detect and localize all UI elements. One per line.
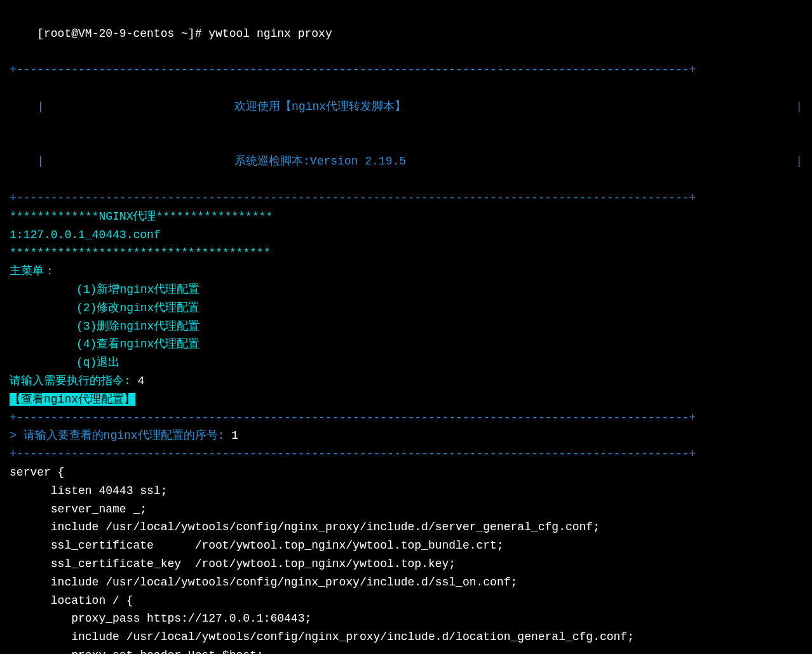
box-bottom-border: +---------------------------------------…: [10, 189, 802, 208]
serial-prompt: > 请输入要查看的nginx代理配置的序号:: [10, 429, 231, 442]
command-text[interactable]: ywtool nginx proxy: [208, 27, 332, 40]
nginx-config-line-2: listen 40443 ssl;: [10, 482, 802, 500]
view-config-highlight: 【查看nginx代理配置】: [10, 390, 802, 409]
nginx-config-line-7: ssl_certificate_key /root/ywtool.top_ngi…: [10, 555, 802, 573]
nginx-proxy-header: *************NGINX代理*****************: [10, 208, 802, 226]
menu-item-2: (2)修改nginx代理配置: [10, 299, 802, 317]
divider-1: +---------------------------------------…: [10, 409, 802, 427]
input-command-value[interactable]: 4: [138, 375, 145, 387]
command-prompt-line: [root@VM-20-9-centos ~]# ywtool nginx pr…: [10, 6, 802, 61]
nginx-config-line-6: ssl_certificate /root/ywtool.top_nginx/y…: [10, 537, 802, 555]
stars-divider: **************************************: [10, 244, 802, 262]
nginx-config-line-12: include /usr/local/ywtools/config/nginx_…: [10, 628, 802, 646]
terminal-output: [root@VM-20-9-centos ~]# ywtool nginx pr…: [10, 6, 802, 654]
version-text: 系统巡检脚本:Version 2.19.5: [234, 155, 406, 168]
view-config-label: 【查看nginx代理配置】: [10, 393, 135, 406]
nginx-config-line-1: server {: [10, 464, 802, 482]
version-line-row: |系统巡检脚本:Version 2.19.5|: [10, 135, 802, 189]
box-top-border: +---------------------------------------…: [10, 61, 802, 79]
box-side-left-2: |: [37, 155, 44, 168]
serial-value[interactable]: 1: [231, 429, 238, 442]
box-side-left: |: [37, 100, 44, 113]
shell-prompt: [root@VM-20-9-centos ~]#: [37, 27, 208, 40]
menu-item-q: (q)退出: [10, 354, 802, 372]
welcome-title-line: |欢迎使用【nginx代理转发脚本】|: [10, 79, 802, 134]
nginx-config-line-5: include /usr/local/ywtools/config/nginx_…: [10, 518, 802, 537]
welcome-title: 欢迎使用【nginx代理转发脚本】: [234, 100, 406, 113]
serial-input-line: > 请输入要查看的nginx代理配置的序号: 1: [10, 427, 802, 445]
input-command-line: 请输入需要执行的指令: 4: [10, 372, 802, 390]
menu-item-3: (3)删除nginx代理配置: [10, 317, 802, 336]
box-side-right-2: |: [795, 152, 802, 171]
nginx-config-line-11: proxy_pass https://127.0.0.1:60443;: [10, 610, 802, 628]
menu-item-4: (4)查看nginx代理配置: [10, 335, 802, 354]
menu-item-1: (1)新增nginx代理配置: [10, 281, 802, 299]
nginx-config-line-10: location / {: [10, 592, 802, 610]
divider-2: +---------------------------------------…: [10, 445, 802, 464]
nginx-config-line-8: include /usr/local/ywtools/config/nginx_…: [10, 573, 802, 592]
nginx-config-line-3: server_name _;: [10, 500, 802, 519]
main-menu-label: 主菜单：: [10, 262, 802, 281]
input-command-prompt: 请输入需要执行的指令:: [10, 375, 138, 387]
box-side-right: |: [795, 98, 802, 116]
config-file-entry: 1:127.0.0.1_40443.conf: [10, 226, 802, 244]
nginx-config-line-13: proxy_set_header Host $host;: [10, 646, 802, 654]
